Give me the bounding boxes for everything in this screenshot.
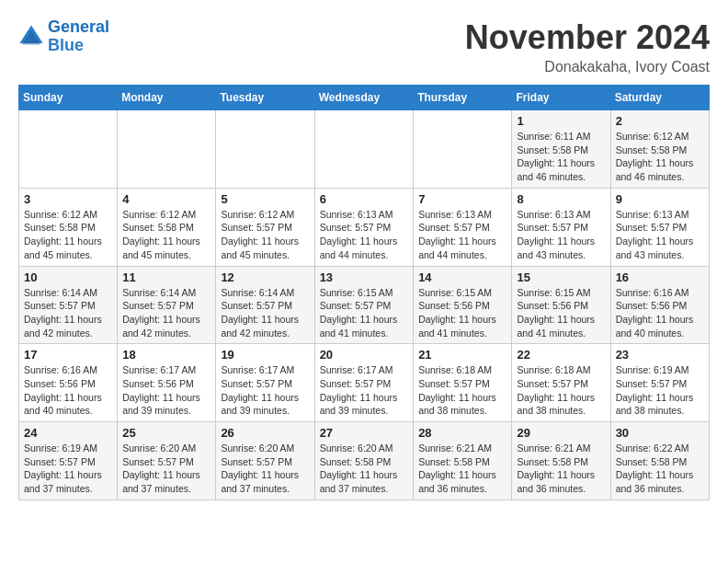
- day-number: 11: [122, 270, 210, 284]
- day-number: 3: [24, 192, 112, 206]
- weekday-header-saturday: Saturday: [610, 86, 709, 110]
- day-info: Sunrise: 6:13 AMSunset: 5:57 PMDaylight:…: [517, 208, 605, 262]
- weekday-header-monday: Monday: [118, 86, 216, 110]
- logo: General Blue: [18, 18, 109, 55]
- calendar-cell: 21Sunrise: 6:18 AMSunset: 5:57 PMDayligh…: [414, 344, 512, 422]
- day-number: 30: [616, 426, 704, 440]
- day-number: 13: [320, 270, 409, 284]
- day-number: 25: [122, 426, 210, 440]
- day-number: 27: [320, 426, 409, 440]
- day-number: 24: [24, 426, 112, 440]
- calendar-cell: 17Sunrise: 6:16 AMSunset: 5:56 PMDayligh…: [19, 344, 118, 422]
- calendar-cell: 27Sunrise: 6:20 AMSunset: 5:58 PMDayligh…: [314, 422, 414, 500]
- day-info: Sunrise: 6:20 AMSunset: 5:58 PMDaylight:…: [320, 442, 409, 496]
- calendar-cell: 10Sunrise: 6:14 AMSunset: 5:57 PMDayligh…: [19, 266, 118, 344]
- day-info: Sunrise: 6:12 AMSunset: 5:57 PMDaylight:…: [221, 208, 309, 262]
- calendar-cell: 26Sunrise: 6:20 AMSunset: 5:57 PMDayligh…: [216, 422, 314, 500]
- calendar-cell: 9Sunrise: 6:13 AMSunset: 5:57 PMDaylight…: [610, 188, 709, 266]
- calendar-cell: 11Sunrise: 6:14 AMSunset: 5:57 PMDayligh…: [118, 266, 216, 344]
- day-info: Sunrise: 6:12 AMSunset: 5:58 PMDaylight:…: [122, 208, 210, 262]
- calendar-week-row: 3Sunrise: 6:12 AMSunset: 5:58 PMDaylight…: [19, 188, 710, 266]
- day-info: Sunrise: 6:19 AMSunset: 5:57 PMDaylight:…: [24, 442, 112, 496]
- calendar-cell: 30Sunrise: 6:22 AMSunset: 5:58 PMDayligh…: [610, 422, 709, 500]
- calendar-cell: 28Sunrise: 6:21 AMSunset: 5:58 PMDayligh…: [414, 422, 512, 500]
- calendar-cell: 19Sunrise: 6:17 AMSunset: 5:57 PMDayligh…: [216, 344, 314, 422]
- calendar-cell: [118, 110, 216, 189]
- calendar-cell: 18Sunrise: 6:17 AMSunset: 5:56 PMDayligh…: [118, 344, 216, 422]
- day-info: Sunrise: 6:14 AMSunset: 5:57 PMDaylight:…: [221, 286, 309, 340]
- logo-text: General Blue: [48, 18, 109, 55]
- day-info: Sunrise: 6:12 AMSunset: 5:58 PMDaylight:…: [24, 208, 112, 262]
- day-number: 23: [616, 348, 704, 362]
- calendar-cell: 5Sunrise: 6:12 AMSunset: 5:57 PMDaylight…: [216, 188, 314, 266]
- day-info: Sunrise: 6:15 AMSunset: 5:57 PMDaylight:…: [320, 286, 409, 340]
- weekday-header-tuesday: Tuesday: [216, 86, 314, 110]
- day-number: 1: [517, 114, 605, 128]
- weekday-header-friday: Friday: [512, 86, 610, 110]
- month-title: November 2024: [465, 18, 710, 57]
- calendar-cell: [314, 110, 414, 189]
- day-number: 29: [517, 426, 605, 440]
- logo-icon: [18, 24, 44, 50]
- day-info: Sunrise: 6:18 AMSunset: 5:57 PMDaylight:…: [418, 363, 506, 418]
- day-number: 10: [24, 270, 112, 284]
- day-number: 19: [221, 348, 309, 362]
- day-info: Sunrise: 6:18 AMSunset: 5:57 PMDaylight:…: [517, 363, 605, 418]
- day-number: 15: [517, 270, 605, 284]
- weekday-header-sunday: Sunday: [19, 86, 118, 110]
- day-info: Sunrise: 6:14 AMSunset: 5:57 PMDaylight:…: [24, 286, 112, 340]
- day-number: 28: [418, 426, 506, 440]
- calendar-cell: 6Sunrise: 6:13 AMSunset: 5:57 PMDaylight…: [314, 188, 414, 266]
- calendar-table: SundayMondayTuesdayWednesdayThursdayFrid…: [18, 85, 710, 500]
- calendar-cell: [414, 110, 512, 189]
- day-info: Sunrise: 6:16 AMSunset: 5:56 PMDaylight:…: [616, 286, 704, 340]
- calendar-cell: 20Sunrise: 6:17 AMSunset: 5:57 PMDayligh…: [314, 344, 414, 422]
- calendar-cell: 16Sunrise: 6:16 AMSunset: 5:56 PMDayligh…: [610, 266, 709, 344]
- day-info: Sunrise: 6:17 AMSunset: 5:57 PMDaylight:…: [320, 363, 409, 418]
- calendar-cell: 29Sunrise: 6:21 AMSunset: 5:58 PMDayligh…: [512, 422, 610, 500]
- calendar-cell: [19, 110, 118, 189]
- day-info: Sunrise: 6:20 AMSunset: 5:57 PMDaylight:…: [122, 442, 210, 496]
- calendar-cell: [216, 110, 314, 189]
- calendar-cell: 22Sunrise: 6:18 AMSunset: 5:57 PMDayligh…: [512, 344, 610, 422]
- day-info: Sunrise: 6:16 AMSunset: 5:56 PMDaylight:…: [24, 363, 112, 418]
- calendar-cell: 7Sunrise: 6:13 AMSunset: 5:57 PMDaylight…: [414, 188, 512, 266]
- calendar-cell: 12Sunrise: 6:14 AMSunset: 5:57 PMDayligh…: [216, 266, 314, 344]
- day-number: 7: [418, 192, 506, 206]
- calendar-cell: 23Sunrise: 6:19 AMSunset: 5:57 PMDayligh…: [610, 344, 709, 422]
- calendar-week-row: 17Sunrise: 6:16 AMSunset: 5:56 PMDayligh…: [19, 344, 710, 422]
- calendar-cell: 4Sunrise: 6:12 AMSunset: 5:58 PMDaylight…: [118, 188, 216, 266]
- calendar-cell: 8Sunrise: 6:13 AMSunset: 5:57 PMDaylight…: [512, 188, 610, 266]
- calendar-week-row: 10Sunrise: 6:14 AMSunset: 5:57 PMDayligh…: [19, 266, 710, 344]
- calendar-cell: 24Sunrise: 6:19 AMSunset: 5:57 PMDayligh…: [19, 422, 118, 500]
- title-block: November 2024 Donakakaha, Ivory Coast: [465, 18, 710, 75]
- day-info: Sunrise: 6:11 AMSunset: 5:58 PMDaylight:…: [517, 130, 605, 184]
- day-number: 8: [517, 192, 605, 206]
- day-info: Sunrise: 6:15 AMSunset: 5:56 PMDaylight:…: [418, 286, 506, 340]
- weekday-header-row: SundayMondayTuesdayWednesdayThursdayFrid…: [19, 86, 710, 110]
- day-number: 2: [616, 114, 704, 128]
- day-info: Sunrise: 6:20 AMSunset: 5:57 PMDaylight:…: [221, 442, 309, 496]
- day-info: Sunrise: 6:21 AMSunset: 5:58 PMDaylight:…: [418, 442, 506, 496]
- day-number: 5: [221, 192, 309, 206]
- day-number: 18: [122, 348, 210, 362]
- day-number: 22: [517, 348, 605, 362]
- weekday-header-wednesday: Wednesday: [314, 86, 414, 110]
- day-info: Sunrise: 6:15 AMSunset: 5:56 PMDaylight:…: [517, 286, 605, 340]
- weekday-header-thursday: Thursday: [414, 86, 512, 110]
- day-info: Sunrise: 6:21 AMSunset: 5:58 PMDaylight:…: [517, 442, 605, 496]
- day-number: 21: [418, 348, 506, 362]
- day-info: Sunrise: 6:17 AMSunset: 5:56 PMDaylight:…: [122, 363, 210, 418]
- day-number: 14: [418, 270, 506, 284]
- day-info: Sunrise: 6:13 AMSunset: 5:57 PMDaylight:…: [418, 208, 506, 262]
- day-info: Sunrise: 6:22 AMSunset: 5:58 PMDaylight:…: [616, 442, 704, 496]
- calendar-week-row: 24Sunrise: 6:19 AMSunset: 5:57 PMDayligh…: [19, 422, 710, 500]
- day-number: 12: [221, 270, 309, 284]
- page-header: General Blue November 2024 Donakakaha, I…: [18, 18, 710, 75]
- location-title: Donakakaha, Ivory Coast: [465, 59, 710, 75]
- day-number: 4: [122, 192, 210, 206]
- calendar-cell: 3Sunrise: 6:12 AMSunset: 5:58 PMDaylight…: [19, 188, 118, 266]
- day-info: Sunrise: 6:19 AMSunset: 5:57 PMDaylight:…: [616, 363, 704, 418]
- day-number: 17: [24, 348, 112, 362]
- calendar-cell: 13Sunrise: 6:15 AMSunset: 5:57 PMDayligh…: [314, 266, 414, 344]
